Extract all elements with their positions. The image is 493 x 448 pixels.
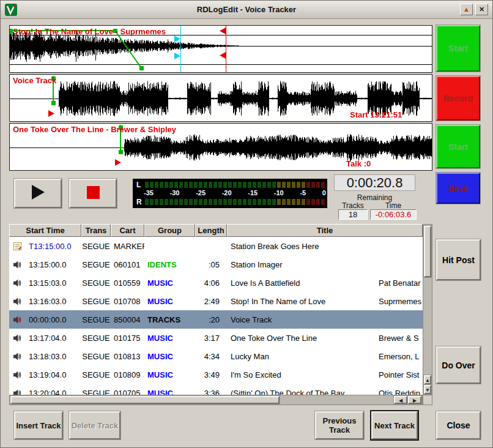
meter-segment [253,199,256,205]
cell-group: MUSIC [144,297,195,306]
previous-track-button[interactable]: Previous Track [315,411,364,439]
close-window-icon[interactable]: ✕ [475,4,488,15]
header-cart[interactable]: Cart [111,224,144,237]
meter-scale: -35-30-25-20-15-10-50 [144,189,326,196]
table-row[interactable]: 13:17:04.0SEGUE010175MUSIC3:17One Toke O… [9,329,423,347]
speaker-icon [13,389,22,395]
cell-group: MUSIC [144,278,195,288]
cell-cart: 010559 [111,278,144,288]
row-icon [9,332,25,345]
meter-segment [179,182,183,188]
meter-scale-label: -35 [144,189,154,196]
cell-group: MUSIC [144,334,195,343]
header-title[interactable]: Title [227,224,423,237]
cell-start-time: 13:20:04.0 [25,389,81,395]
cell-artist: Otis Reddin [379,389,423,395]
app-icon [5,4,17,16]
insert-track-button[interactable]: Insert Track [14,411,63,439]
cell-title: Lucky Man [227,352,379,361]
cell-title: Stop! In The Name of Love [227,297,379,306]
meter-bar-right [145,199,325,205]
close-button[interactable]: Close [436,411,481,439]
table-row[interactable]: 13:20:04.0SEGUE010705MUSIC3:36(Sittin' O… [9,384,423,395]
meter-scale-label: -10 [274,189,284,196]
start-track3-button[interactable]: Start [436,125,480,168]
cell-start-time: 13:15:03.0 [25,278,81,288]
meter-segment [272,199,276,205]
meter-segment [282,199,286,205]
cell-length: 4:34 [195,352,227,361]
start-track1-button[interactable]: Start [436,25,480,72]
cell-length: :05 [195,260,227,269]
row-icon [9,387,25,395]
cell-cart: 010809 [111,370,144,379]
cell-group: MUSIC [144,389,195,395]
marker-icon [13,242,22,251]
play-button[interactable] [14,179,62,208]
scroll-up-icon[interactable]: ▲ [424,375,431,384]
table-row[interactable]: 00:00:00.0SEGUE850004TRACKS:20Voice Trac… [9,310,423,329]
table-row[interactable]: 13:15:03.0SEGUE010559MUSIC4:06Love Is A … [9,274,423,292]
waveform-track-1[interactable]: Stop! In The Name of Love - Suprmemes [9,25,432,73]
record-button[interactable]: Record [436,76,480,121]
save-button[interactable]: Save [436,173,480,204]
meter-segment [204,199,207,205]
titlebar-buttons: ▲ ✕ [460,4,488,15]
horizontal-scrollbar[interactable]: ◀ ▶ [9,395,423,405]
header-length[interactable]: Length [195,224,227,237]
vertical-scrollbar[interactable]: ▲ ▼ [423,224,432,395]
cell-trans: SEGUE [81,242,111,251]
scrollbar-corner [423,395,432,405]
horizontal-scrollbar-thumb[interactable] [10,396,280,404]
cell-length: 4:06 [195,278,227,288]
meter-segment [248,199,251,205]
meter-segment [199,182,202,188]
meter-segment [174,182,178,188]
waveform-track-2[interactable]: Voice Track Start 13:21:51 [9,74,432,122]
header-start-time[interactable]: Start Time [9,224,81,237]
header-group[interactable]: Group [144,224,195,237]
meter-segment [267,182,271,188]
voice-tracker-window: RDLogEdit - Voice Tracker ▲ ✕ Stop! In T… [0,0,493,448]
row-icon [9,258,25,271]
cell-length: 3:49 [195,370,227,379]
meter-segment [174,199,178,205]
meter-segment [306,199,310,205]
meter-segment [262,199,266,205]
meter-segment [233,182,237,188]
cell-cart: MARKER [111,242,144,251]
table-row[interactable]: 13:16:03.0SEGUE010708MUSIC2:49Stop! In T… [9,292,423,310]
meter-segment [160,199,163,205]
table-row[interactable]: 13:15:00.0SEGUE060101IDENTS:05Station Im… [9,255,423,274]
meter-segment [184,182,188,188]
vertical-scrollbar-thumb[interactable] [424,226,431,277]
table-row[interactable]: 13:19:04.0SEGUE010809MUSIC3:49I'm So Exc… [9,365,423,384]
meter-segment [316,199,320,205]
table-row[interactable]: 13:18:03.0SEGUE010813MUSIC4:34Lucky ManE… [9,347,423,365]
meter-segment [228,182,232,188]
titlebar[interactable]: RDLogEdit - Voice Tracker ▲ ✕ [1,1,492,19]
window-title: RDLogEdit - Voice Tracker [1,1,492,19]
table-row[interactable]: T13:15:00.0SEGUEMARKERStation Break Goes… [9,237,423,255]
row-icon [9,277,25,289]
scroll-left-icon[interactable]: ◀ [394,396,407,404]
hit-post-button[interactable]: Hit Post [436,239,481,280]
meter-segment [287,182,291,188]
delete-track-button: Delete Track [69,411,120,439]
header-trans[interactable]: Trans [81,224,111,237]
scroll-right-icon[interactable]: ▶ [408,396,421,404]
cell-artist: Suprmemes [379,297,423,306]
do-over-button[interactable]: Do Over [436,346,481,384]
waveform-track-3[interactable]: One Toke Over The Line - Brewer & Shiple… [9,123,432,171]
meter-segment [277,199,281,205]
cell-title: Voice Track [227,315,379,324]
meter-segment [155,182,158,188]
stop-button[interactable] [69,179,117,208]
shade-icon[interactable]: ▲ [460,4,473,15]
next-track-button[interactable]: Next Track [371,411,418,439]
cell-title: Station Break Goes Here [227,242,379,251]
meter-segment [297,199,300,205]
scroll-down-icon[interactable]: ▼ [424,385,431,394]
meter-segment [213,182,217,188]
meter-segment [321,199,325,205]
